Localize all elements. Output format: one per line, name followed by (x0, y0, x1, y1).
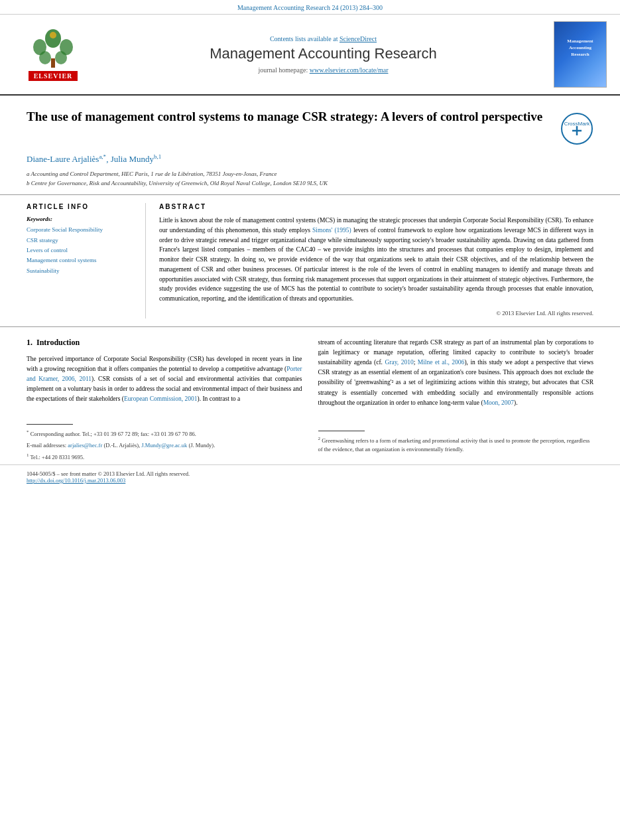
footnote-2: 2 Greenwashing refers to a form of marke… (318, 435, 594, 453)
keyword-4: Management control systems (27, 255, 135, 265)
footnote-divider (27, 424, 73, 425)
bottom-bar: 1044-5005/$ – see front matter © 2013 El… (0, 464, 620, 486)
affiliations: a Accounting and Control Department, HEC… (27, 170, 593, 188)
footnotes-section: * Corresponding author. Tel.; +33 01 39 … (0, 424, 620, 464)
citation-bar: Management Accounting Research 24 (2013)… (0, 0, 620, 15)
right-footnotes: 2 Greenwashing refers to a form of marke… (318, 424, 594, 464)
cover-line2: Accounting (569, 45, 591, 50)
footnote-email: E-mail addresses: arjalies@hec.fr (D.-L.… (27, 441, 302, 450)
author-mundy: Julia Mundy (111, 154, 154, 164)
journal-center: Contents lists available at ScienceDirec… (93, 35, 554, 74)
svg-point-4 (55, 51, 67, 64)
svg-point-6 (50, 32, 56, 38)
email-arjalies[interactable]: arjalies@hec.fr (68, 442, 102, 449)
abstract-heading: ABSTRACT (159, 203, 593, 210)
footnote-divider-right (318, 431, 365, 431)
crossmark-wrapper: The use of management control systems to… (27, 109, 593, 145)
section-title: 1. Introduction (27, 338, 302, 348)
affiliation-b: b Centre for Governance, Risk and Accoun… (27, 179, 593, 188)
abstract-col: ABSTRACT Little is known about the role … (159, 203, 593, 318)
main-content: 1. Introduction The perceived importance… (0, 327, 620, 424)
svg-rect-5 (51, 58, 55, 68)
simons-link[interactable]: Simons' (1995) (312, 227, 351, 234)
keyword-2: CSR strategy (27, 236, 135, 245)
article-body: ARTICLE INFO Keywords: Corporate Social … (0, 195, 620, 326)
cover-line3: Research (571, 52, 589, 57)
left-col: 1. Introduction The perceived importance… (27, 338, 302, 413)
keyword-1: Corporate Social Responsibility (27, 225, 135, 235)
author-b-sup: b,1 (154, 153, 161, 160)
journal-title: Management Accounting Research (93, 45, 554, 62)
gray-link[interactable]: Gray, 2010 (385, 359, 413, 366)
footnote-1: 1 Tel.: +44 20 8331 9695. (27, 452, 302, 462)
eu-link[interactable]: European Commission, 2001 (124, 395, 198, 402)
authors-line: Diane-Laure Arjalièsa,*, Julia Mundyb,1 (27, 153, 593, 165)
sciencedirect-link-text[interactable]: ScienceDirect (340, 35, 377, 42)
svg-text:CrossMark: CrossMark (564, 121, 591, 127)
journal-homepage: journal homepage: www.elsevier.com/locat… (93, 66, 554, 74)
article-info-heading: ARTICLE INFO (27, 203, 135, 210)
milne-link[interactable]: Milne et al., 2006 (418, 359, 465, 366)
email-mundy[interactable]: J.Mundy@gre.ac.uk (141, 442, 187, 449)
bottom-issn: 1044-5005/$ – see front matter © 2013 El… (27, 470, 190, 484)
cover-line1: Management (567, 38, 593, 44)
doi-link[interactable]: http://dx.doi.org/10.1016/j.mar.2013.06.… (27, 477, 190, 484)
copyright-text: © 2013 Elsevier Ltd. All rights reserved… (159, 309, 593, 318)
author-a-sup: a,* (99, 153, 106, 160)
homepage-url[interactable]: www.elsevier.com/locate/mar (310, 66, 389, 74)
svg-point-3 (39, 51, 51, 64)
author-arjalies: Diane-Laure Arjaliès (27, 154, 99, 164)
info-abstract-cols: ARTICLE INFO Keywords: Corporate Social … (27, 203, 593, 318)
keywords-label: Keywords: (27, 216, 135, 222)
keywords-list: Corporate Social Responsibility CSR stra… (27, 225, 135, 275)
right-col: stream of accounting literature that reg… (318, 338, 594, 413)
journal-header: ELSEVIER Contents lists available at Sci… (0, 15, 620, 96)
abstract-text: Little is known about the role of manage… (159, 216, 593, 318)
crossmark-badge[interactable]: CrossMark (560, 112, 593, 145)
intro-paragraph-left: The perceived importance of Corporate So… (27, 354, 302, 405)
article-section: The use of management control systems to… (0, 96, 620, 195)
moon-link[interactable]: Moon, 2007 (483, 399, 514, 406)
left-footnotes: * Corresponding author. Tel.; +33 01 39 … (27, 424, 302, 464)
sciencedirect-link: Contents lists available at ScienceDirec… (93, 35, 554, 42)
intro-paragraph-right: stream of accounting literature that reg… (318, 338, 594, 408)
elsevier-label: ELSEVIER (29, 71, 78, 81)
footnote-star: * Corresponding author. Tel.; +33 01 39 … (27, 429, 302, 439)
crossmark-icon: CrossMark (560, 112, 593, 145)
article-info: ARTICLE INFO Keywords: Corporate Social … (27, 203, 146, 318)
citation-text: Management Accounting Research 24 (2013)… (237, 4, 383, 11)
keyword-5: Sustainability (27, 266, 135, 276)
keyword-3: Levers of control (27, 245, 135, 255)
journal-cover: Management Accounting Research (554, 21, 607, 88)
elsevier-tree-icon (27, 29, 80, 68)
elsevier-logo: ELSEVIER (13, 29, 93, 81)
porter-link[interactable]: Porter and Kramer, 2006, 2011 (27, 366, 302, 382)
affiliation-a: a Accounting and Control Department, HEC… (27, 170, 593, 179)
article-title: The use of management control systems to… (27, 109, 560, 125)
